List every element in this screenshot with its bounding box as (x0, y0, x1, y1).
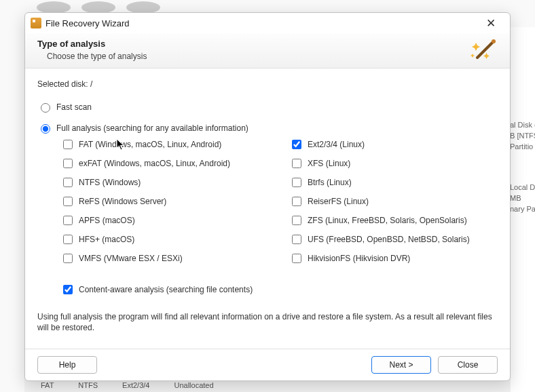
check-content-aware-label: Content-aware analysis (searching file c… (79, 285, 253, 294)
check-xfs-label: XFS (Linux) (308, 159, 350, 168)
check-btrfs-input[interactable] (292, 178, 301, 187)
check-vmfs[interactable]: VMFS (VMware ESX / ESXi) (60, 252, 269, 265)
check-fat[interactable]: FAT (Windows, macOS, Linux, Android) (60, 138, 269, 151)
radio-full-analysis-label: Full analysis (searching for any availab… (56, 123, 248, 133)
check-zfs-label: ZFS (Linux, FreeBSD, Solaris, OpenSolari… (308, 216, 467, 225)
check-vmfs-label: VMFS (VMware ESX / ESXi) (79, 254, 183, 263)
check-refs-input[interactable] (63, 197, 73, 206)
page-title: Type of analysis (37, 39, 498, 49)
wizard-header: Type of analysis Choose the type of anal… (25, 33, 510, 68)
help-button[interactable]: Help (37, 356, 97, 374)
analysis-description: Using full analysis the program will fin… (37, 311, 498, 333)
check-fat-input[interactable] (63, 140, 73, 149)
window-title: File Recovery Wizard (45, 18, 130, 28)
check-ext-label: Ext2/3/4 (Linux) (308, 140, 365, 149)
selected-disk-label: Selected disk: / (37, 79, 498, 89)
check-vmfs-input[interactable] (63, 254, 73, 263)
close-button[interactable]: ✕ (477, 13, 504, 33)
check-ufs-input[interactable] (292, 235, 301, 244)
dialog-footer: Help Next > Close (25, 349, 510, 380)
check-exfat-label: exFAT (Windows, macOS, Linux, Android) (79, 159, 230, 168)
check-apfs-label: APFS (macOS) (79, 216, 135, 225)
check-xfs-input[interactable] (292, 159, 301, 168)
radio-fast-scan-input[interactable] (41, 103, 50, 113)
check-hikvisionfs-input[interactable] (292, 254, 301, 263)
check-ufs[interactable]: UFS (FreeBSD, OpenBSD, NetBSD, Solaris) (289, 233, 498, 246)
file-recovery-wizard-dialog: File Recovery Wizard ✕ Type of analysis … (24, 12, 511, 381)
wizard-content: Selected disk: / Fast scan Full analysis… (25, 68, 510, 349)
background-side-panel: al Disk ( B [NTFS Partitio Local D MB na… (508, 27, 535, 392)
radio-fast-scan[interactable]: Fast scan (37, 101, 498, 113)
check-ext[interactable]: Ext2/3/4 (Linux) (289, 138, 498, 151)
next-button[interactable]: Next > (371, 356, 431, 374)
check-hfsplus[interactable]: HFS+ (macOS) (60, 233, 269, 246)
check-refs[interactable]: ReFS (Windows Server) (60, 195, 269, 208)
check-reiserfs-input[interactable] (292, 197, 301, 206)
check-exfat[interactable]: exFAT (Windows, macOS, Linux, Android) (60, 157, 269, 170)
filesystem-grid: FAT (Windows, macOS, Linux, Android)Ext2… (60, 138, 498, 265)
check-fat-label: FAT (Windows, macOS, Linux, Android) (79, 140, 221, 149)
check-btrfs-label: Btrfs (Linux) (308, 178, 352, 187)
page-subtitle: Choose the type of analysis (47, 52, 498, 61)
close-dialog-button[interactable]: Close (438, 356, 498, 374)
check-ntfs-input[interactable] (63, 178, 73, 187)
check-hfsplus-label: HFS+ (macOS) (79, 235, 134, 244)
radio-full-analysis[interactable]: Full analysis (searching for any availab… (37, 122, 498, 134)
radio-fast-scan-label: Fast scan (56, 102, 92, 112)
check-reiserfs-label: ReiserFS (Linux) (308, 197, 369, 206)
check-apfs-input[interactable] (63, 216, 73, 225)
app-icon (31, 18, 41, 28)
check-zfs-input[interactable] (292, 216, 301, 225)
wand-icon (471, 37, 500, 66)
check-hikvisionfs[interactable]: HikvisionFS (Hikvision DVR) (289, 252, 498, 265)
check-hikvisionfs-label: HikvisionFS (Hikvision DVR) (308, 254, 410, 263)
check-exfat-input[interactable] (63, 159, 73, 168)
check-ufs-label: UFS (FreeBSD, OpenBSD, NetBSD, Solaris) (308, 235, 470, 244)
check-apfs[interactable]: APFS (macOS) (60, 214, 269, 227)
check-reiserfs[interactable]: ReiserFS (Linux) (289, 195, 498, 208)
check-zfs[interactable]: ZFS (Linux, FreeBSD, Solaris, OpenSolari… (289, 214, 498, 227)
check-ext-input[interactable] (292, 140, 301, 149)
check-refs-label: ReFS (Windows Server) (79, 197, 166, 206)
check-ntfs[interactable]: NTFS (Windows) (60, 176, 269, 189)
check-xfs[interactable]: XFS (Linux) (289, 157, 498, 170)
check-content-aware[interactable]: Content-aware analysis (searching file c… (60, 283, 498, 296)
check-btrfs[interactable]: Btrfs (Linux) (289, 176, 498, 189)
titlebar: File Recovery Wizard ✕ (25, 13, 510, 33)
svg-point-0 (492, 39, 496, 43)
check-ntfs-label: NTFS (Windows) (79, 178, 141, 187)
radio-full-analysis-input[interactable] (41, 124, 50, 134)
check-content-aware-input[interactable] (63, 285, 73, 294)
check-hfsplus-input[interactable] (63, 235, 73, 244)
